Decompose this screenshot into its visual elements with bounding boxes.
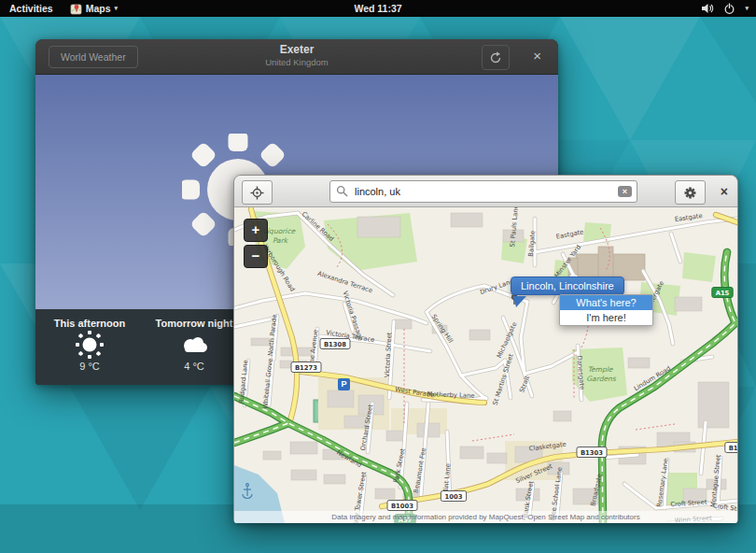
place-bubble-tail — [512, 296, 527, 308]
zoom-out-button[interactable]: − — [244, 245, 268, 268]
maps-window: × × — [233, 175, 738, 523]
forecast-sun-icon — [76, 329, 104, 361]
maps-app-icon — [70, 3, 82, 15]
road-badge: B1303 — [577, 447, 607, 458]
search-icon — [336, 185, 348, 197]
refresh-button[interactable] — [482, 45, 510, 70]
desktop: Activities Maps ▾ Wed 11:37 — [0, 0, 756, 553]
geolocate-button[interactable] — [242, 180, 273, 205]
search-field[interactable]: × — [329, 180, 637, 203]
road-badge: B1308 — [320, 339, 350, 349]
road-badge: 1003 — [441, 491, 466, 502]
map-context-menu: What's here? I'm here! — [559, 294, 653, 326]
weather-close-button[interactable]: × — [533, 47, 541, 65]
map-canvas[interactable]: Carline RoadYarborough RoadAlexandra Ter… — [234, 207, 737, 523]
weather-headerbar[interactable]: World Weather Exeter United Kingdom × — [35, 39, 558, 75]
svg-text:B1273: B1273 — [295, 364, 317, 372]
svg-text:B13: B13 — [729, 445, 737, 452]
volume-icon[interactable] — [701, 2, 714, 15]
forecast-temp: 4 °C — [184, 361, 204, 372]
road-badge: A15 — [712, 288, 733, 298]
app-menu[interactable]: Maps ▾ — [70, 3, 118, 15]
road-badge: B1003 — [387, 501, 417, 511]
zoom-in-button[interactable]: + — [244, 219, 268, 242]
menu-item-im-here[interactable]: I'm here! — [560, 310, 652, 325]
svg-text:B1308: B1308 — [324, 341, 346, 348]
park-label: Liquorice — [263, 227, 297, 235]
menu-item-whats-here[interactable]: What's here? — [560, 295, 652, 310]
place-bubble[interactable]: Lincoln, Lincolnshire — [511, 276, 624, 295]
crosshair-icon — [250, 186, 264, 200]
svg-text:B1303: B1303 — [581, 449, 603, 457]
forecast-temp: 9 °C — [79, 361, 100, 372]
power-icon[interactable] — [723, 2, 735, 15]
gear-icon — [683, 186, 697, 200]
forecast-item[interactable]: Tomorrow night 4 °C — [142, 309, 246, 385]
road-badge: B1273 — [291, 362, 321, 373]
map-attribution: Data imagery and map information provide… — [234, 511, 737, 523]
forecast-label: This afternoon — [54, 318, 125, 329]
svg-text:B1003: B1003 — [391, 503, 413, 510]
park-label: Gardens — [586, 375, 616, 383]
forecast-label: Tomorrow night — [156, 318, 233, 329]
maps-close-button[interactable]: × — [721, 183, 728, 200]
park-label: Park — [273, 236, 289, 245]
weather-titles: Exeter United Kingdom — [35, 43, 558, 68]
refresh-icon — [489, 51, 502, 64]
svg-text:A15: A15 — [716, 290, 730, 297]
forecast-item[interactable]: This afternoon 9 °C — [37, 309, 142, 385]
status-menu-caret[interactable]: ▾ — [745, 5, 749, 12]
settings-button[interactable] — [675, 180, 706, 205]
clear-search-icon[interactable]: × — [618, 186, 632, 197]
app-menu-caret: ▾ — [115, 5, 119, 12]
map: Carline RoadYarborough RoadAlexandra Ter… — [234, 207, 737, 523]
svg-text:1003: 1003 — [445, 493, 463, 501]
weather-city-title: Exeter — [35, 43, 558, 57]
activities-button[interactable]: Activities — [9, 3, 53, 14]
forecast-cloud-icon — [178, 329, 210, 361]
zoom-controls: + − — [244, 219, 268, 268]
top-bar: Activities Maps ▾ Wed 11:37 — [0, 0, 756, 17]
maps-headerbar[interactable]: × × — [234, 176, 737, 207]
search-input[interactable] — [329, 180, 637, 203]
park-label: Temple — [588, 365, 614, 374]
road-badge: B13 — [725, 443, 737, 453]
weather-country-subtitle: United Kingdom — [35, 57, 558, 68]
parking-icon: P — [338, 378, 350, 390]
